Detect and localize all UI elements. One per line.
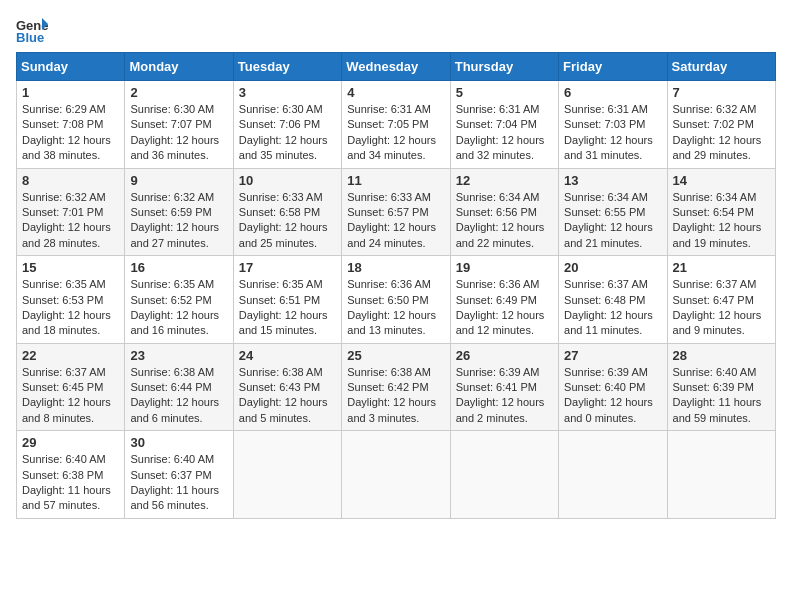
day-info: Sunrise: 6:37 AMSunset: 6:45 PMDaylight:… [22, 365, 119, 427]
day-number: 9 [130, 173, 227, 188]
day-number: 16 [130, 260, 227, 275]
weekday-header-wednesday: Wednesday [342, 53, 450, 81]
day-number: 5 [456, 85, 553, 100]
day-info: Sunrise: 6:29 AMSunset: 7:08 PMDaylight:… [22, 102, 119, 164]
weekday-header-saturday: Saturday [667, 53, 775, 81]
day-number: 14 [673, 173, 770, 188]
calendar-cell: 20 Sunrise: 6:37 AMSunset: 6:48 PMDaylig… [559, 256, 667, 344]
weekday-header-monday: Monday [125, 53, 233, 81]
calendar-cell: 19 Sunrise: 6:36 AMSunset: 6:49 PMDaylig… [450, 256, 558, 344]
day-info: Sunrise: 6:33 AMSunset: 6:57 PMDaylight:… [347, 190, 444, 252]
calendar-cell: 17 Sunrise: 6:35 AMSunset: 6:51 PMDaylig… [233, 256, 341, 344]
day-info: Sunrise: 6:35 AMSunset: 6:53 PMDaylight:… [22, 277, 119, 339]
calendar-cell: 30 Sunrise: 6:40 AMSunset: 6:37 PMDaylig… [125, 431, 233, 519]
day-info: Sunrise: 6:37 AMSunset: 6:48 PMDaylight:… [564, 277, 661, 339]
day-info: Sunrise: 6:31 AMSunset: 7:04 PMDaylight:… [456, 102, 553, 164]
day-info: Sunrise: 6:38 AMSunset: 6:43 PMDaylight:… [239, 365, 336, 427]
calendar-cell: 18 Sunrise: 6:36 AMSunset: 6:50 PMDaylig… [342, 256, 450, 344]
calendar-cell: 22 Sunrise: 6:37 AMSunset: 6:45 PMDaylig… [17, 343, 125, 431]
day-number: 20 [564, 260, 661, 275]
calendar-cell [559, 431, 667, 519]
calendar-cell: 28 Sunrise: 6:40 AMSunset: 6:39 PMDaylig… [667, 343, 775, 431]
day-info: Sunrise: 6:31 AMSunset: 7:05 PMDaylight:… [347, 102, 444, 164]
calendar-week-4: 22 Sunrise: 6:37 AMSunset: 6:45 PMDaylig… [17, 343, 776, 431]
day-info: Sunrise: 6:36 AMSunset: 6:50 PMDaylight:… [347, 277, 444, 339]
day-number: 21 [673, 260, 770, 275]
day-number: 1 [22, 85, 119, 100]
day-info: Sunrise: 6:31 AMSunset: 7:03 PMDaylight:… [564, 102, 661, 164]
day-info: Sunrise: 6:30 AMSunset: 7:07 PMDaylight:… [130, 102, 227, 164]
weekday-header-thursday: Thursday [450, 53, 558, 81]
calendar-cell [667, 431, 775, 519]
day-number: 15 [22, 260, 119, 275]
calendar-cell [233, 431, 341, 519]
calendar-cell: 3 Sunrise: 6:30 AMSunset: 7:06 PMDayligh… [233, 81, 341, 169]
day-number: 3 [239, 85, 336, 100]
calendar-week-5: 29 Sunrise: 6:40 AMSunset: 6:38 PMDaylig… [17, 431, 776, 519]
calendar-cell: 9 Sunrise: 6:32 AMSunset: 6:59 PMDayligh… [125, 168, 233, 256]
svg-text:Blue: Blue [16, 30, 44, 44]
calendar-cell: 11 Sunrise: 6:33 AMSunset: 6:57 PMDaylig… [342, 168, 450, 256]
day-number: 13 [564, 173, 661, 188]
day-info: Sunrise: 6:33 AMSunset: 6:58 PMDaylight:… [239, 190, 336, 252]
day-info: Sunrise: 6:35 AMSunset: 6:52 PMDaylight:… [130, 277, 227, 339]
day-info: Sunrise: 6:37 AMSunset: 6:47 PMDaylight:… [673, 277, 770, 339]
day-info: Sunrise: 6:38 AMSunset: 6:44 PMDaylight:… [130, 365, 227, 427]
calendar-cell: 23 Sunrise: 6:38 AMSunset: 6:44 PMDaylig… [125, 343, 233, 431]
calendar-week-2: 8 Sunrise: 6:32 AMSunset: 7:01 PMDayligh… [17, 168, 776, 256]
day-number: 25 [347, 348, 444, 363]
logo-icon: General Blue [16, 16, 48, 44]
day-number: 7 [673, 85, 770, 100]
day-number: 12 [456, 173, 553, 188]
calendar-cell [342, 431, 450, 519]
calendar-cell: 4 Sunrise: 6:31 AMSunset: 7:05 PMDayligh… [342, 81, 450, 169]
day-number: 2 [130, 85, 227, 100]
calendar-cell [450, 431, 558, 519]
calendar-cell: 6 Sunrise: 6:31 AMSunset: 7:03 PMDayligh… [559, 81, 667, 169]
calendar-cell: 13 Sunrise: 6:34 AMSunset: 6:55 PMDaylig… [559, 168, 667, 256]
calendar-cell: 10 Sunrise: 6:33 AMSunset: 6:58 PMDaylig… [233, 168, 341, 256]
day-number: 29 [22, 435, 119, 450]
calendar-cell: 25 Sunrise: 6:38 AMSunset: 6:42 PMDaylig… [342, 343, 450, 431]
day-info: Sunrise: 6:34 AMSunset: 6:55 PMDaylight:… [564, 190, 661, 252]
day-number: 23 [130, 348, 227, 363]
day-number: 27 [564, 348, 661, 363]
day-number: 11 [347, 173, 444, 188]
calendar-cell: 24 Sunrise: 6:38 AMSunset: 6:43 PMDaylig… [233, 343, 341, 431]
day-info: Sunrise: 6:36 AMSunset: 6:49 PMDaylight:… [456, 277, 553, 339]
day-number: 18 [347, 260, 444, 275]
calendar-cell: 29 Sunrise: 6:40 AMSunset: 6:38 PMDaylig… [17, 431, 125, 519]
day-number: 22 [22, 348, 119, 363]
calendar-cell: 15 Sunrise: 6:35 AMSunset: 6:53 PMDaylig… [17, 256, 125, 344]
day-info: Sunrise: 6:32 AMSunset: 7:02 PMDaylight:… [673, 102, 770, 164]
weekday-header-tuesday: Tuesday [233, 53, 341, 81]
day-info: Sunrise: 6:39 AMSunset: 6:41 PMDaylight:… [456, 365, 553, 427]
day-number: 10 [239, 173, 336, 188]
day-number: 4 [347, 85, 444, 100]
day-info: Sunrise: 6:40 AMSunset: 6:39 PMDaylight:… [673, 365, 770, 427]
calendar-cell: 7 Sunrise: 6:32 AMSunset: 7:02 PMDayligh… [667, 81, 775, 169]
day-info: Sunrise: 6:39 AMSunset: 6:40 PMDaylight:… [564, 365, 661, 427]
day-info: Sunrise: 6:34 AMSunset: 6:56 PMDaylight:… [456, 190, 553, 252]
day-info: Sunrise: 6:32 AMSunset: 6:59 PMDaylight:… [130, 190, 227, 252]
calendar-cell: 26 Sunrise: 6:39 AMSunset: 6:41 PMDaylig… [450, 343, 558, 431]
day-info: Sunrise: 6:35 AMSunset: 6:51 PMDaylight:… [239, 277, 336, 339]
calendar-cell: 12 Sunrise: 6:34 AMSunset: 6:56 PMDaylig… [450, 168, 558, 256]
calendar-cell: 2 Sunrise: 6:30 AMSunset: 7:07 PMDayligh… [125, 81, 233, 169]
day-info: Sunrise: 6:30 AMSunset: 7:06 PMDaylight:… [239, 102, 336, 164]
day-number: 28 [673, 348, 770, 363]
day-info: Sunrise: 6:40 AMSunset: 6:37 PMDaylight:… [130, 452, 227, 514]
calendar-cell: 16 Sunrise: 6:35 AMSunset: 6:52 PMDaylig… [125, 256, 233, 344]
calendar-cell: 8 Sunrise: 6:32 AMSunset: 7:01 PMDayligh… [17, 168, 125, 256]
day-number: 24 [239, 348, 336, 363]
calendar-cell: 21 Sunrise: 6:37 AMSunset: 6:47 PMDaylig… [667, 256, 775, 344]
calendar-table: SundayMondayTuesdayWednesdayThursdayFrid… [16, 52, 776, 519]
calendar-cell: 1 Sunrise: 6:29 AMSunset: 7:08 PMDayligh… [17, 81, 125, 169]
logo: General Blue [16, 16, 48, 44]
weekday-header-sunday: Sunday [17, 53, 125, 81]
calendar-cell: 5 Sunrise: 6:31 AMSunset: 7:04 PMDayligh… [450, 81, 558, 169]
day-info: Sunrise: 6:38 AMSunset: 6:42 PMDaylight:… [347, 365, 444, 427]
day-info: Sunrise: 6:40 AMSunset: 6:38 PMDaylight:… [22, 452, 119, 514]
calendar-week-1: 1 Sunrise: 6:29 AMSunset: 7:08 PMDayligh… [17, 81, 776, 169]
day-number: 19 [456, 260, 553, 275]
